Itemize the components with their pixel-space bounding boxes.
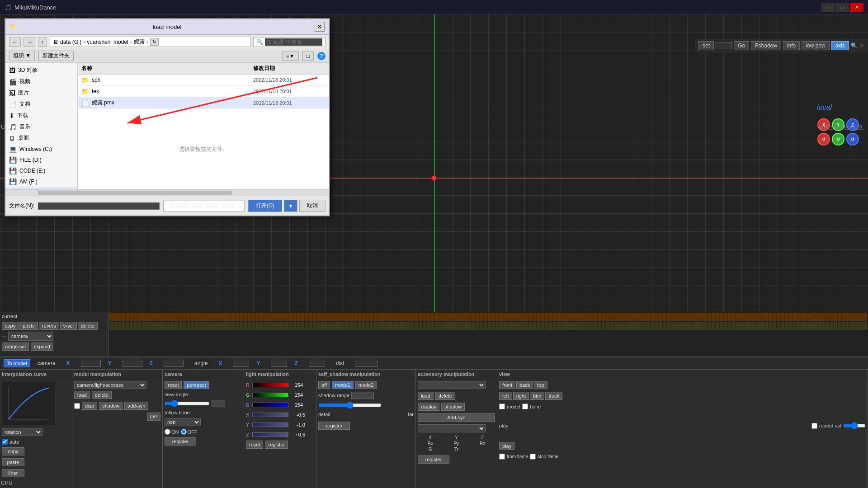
new-folder-button[interactable]: 新建文件夹 (38, 51, 74, 61)
camera-x-input[interactable]: 0.00 (81, 360, 101, 367)
play-button[interactable]: play (499, 442, 514, 450)
shadow-button[interactable]: shadow (99, 402, 123, 410)
fshadow-button[interactable]: Fshadow (751, 41, 781, 50)
view-mode-button[interactable]: ≡▼ (282, 52, 299, 61)
revers-button[interactable]: revers (39, 322, 59, 330)
open-button[interactable]: 打开(O) (248, 200, 282, 212)
file-tex[interactable]: 📁 tex 2022/11/18 20:01 (78, 86, 329, 97)
op-button[interactable]: OP (147, 413, 160, 421)
breadcrumb-part1[interactable]: data (G:) (60, 39, 81, 45)
model-select[interactable]: camera/light/accesso (74, 381, 146, 389)
nav-f-drive[interactable]: 💾 AM (F:) (5, 176, 77, 187)
auto-checkbox[interactable] (2, 439, 8, 445)
camera-select[interactable]: camera (8, 332, 53, 341)
nav-images[interactable]: 🖼 图片 (5, 87, 77, 99)
open-arrow-button[interactable]: ▼ (284, 200, 297, 212)
set-button[interactable]: set (698, 41, 714, 50)
shadow-off-button[interactable]: off (318, 381, 330, 389)
interp-copy-button[interactable]: copy (2, 447, 24, 455)
view-top-button[interactable]: top (534, 381, 547, 389)
minimize-button[interactable]: — (821, 3, 835, 12)
shadow-range-input[interactable]: 8875 (351, 392, 374, 399)
nav-c-drive[interactable]: 💻 Windows (C:) (5, 144, 77, 155)
angle-z-input[interactable]: 0.0 (309, 360, 325, 367)
camera-y-input[interactable]: 10.00 (123, 360, 142, 367)
acc-load-button[interactable]: load (418, 392, 434, 400)
search-bar[interactable]: 🔍 (253, 37, 326, 47)
breadcrumb-part2[interactable]: yuanshen_model (87, 39, 128, 45)
dist-input[interactable]: 45.00 (355, 360, 377, 367)
shadow-mode2-button[interactable]: mode2 (355, 381, 377, 389)
view-track-button[interactable]: track (545, 392, 562, 400)
shadow-mode1-button[interactable]: mode1 (332, 381, 354, 389)
nav-desktop[interactable]: 🖥 桌面 (5, 132, 77, 144)
acc-display-button[interactable]: display (418, 403, 439, 411)
acc-bone-select[interactable] (418, 424, 486, 432)
view-angle-value[interactable]: 30 (212, 400, 225, 407)
camera-z-input[interactable]: 0.00 (164, 360, 184, 367)
stop-flame-checkbox[interactable] (530, 454, 536, 460)
range-sel-button[interactable]: range-sel (2, 343, 29, 351)
help-icon[interactable]: ? (317, 52, 326, 60)
refresh-button[interactable]: ↻ (150, 38, 159, 46)
nav-g-drive[interactable]: 💾 data (G:) (5, 187, 77, 189)
model-delete-button[interactable]: delete (92, 391, 112, 399)
add-syn-button[interactable]: add-syn (124, 402, 148, 410)
delete-button[interactable]: delete (78, 322, 98, 330)
col-name-header[interactable]: 名称 (81, 65, 253, 72)
to-model-button[interactable]: To model (4, 359, 30, 367)
nav-documents[interactable]: 📄 文档 (5, 99, 77, 110)
maximize-button[interactable]: □ (835, 3, 849, 12)
camera-reset-button[interactable]: reset (165, 381, 182, 389)
axis-rz-icon[interactable]: ↺ (846, 133, 859, 145)
light-register-button[interactable]: register (265, 441, 288, 449)
acc-addsyn-button[interactable]: Add-syn (418, 413, 495, 422)
cancel-button[interactable]: 取消 (299, 200, 326, 212)
v-sel-button[interactable]: v-sel (60, 322, 77, 330)
r-bar[interactable] (252, 383, 288, 387)
breadcrumb-part3[interactable]: 妮露 (134, 38, 145, 46)
g-bar[interactable] (252, 393, 288, 397)
camera-register-button[interactable]: register (165, 437, 196, 446)
light-reset-button[interactable]: reset (246, 441, 263, 449)
lowpow-button[interactable]: low pow (802, 41, 829, 50)
view-front-button[interactable]: front (499, 381, 515, 389)
nav-video[interactable]: 🎬 视频 (5, 76, 77, 87)
model-load-button[interactable]: load (74, 391, 90, 399)
nav-downloads[interactable]: ⬇ 下载 (5, 110, 77, 121)
nav-d-drive[interactable]: 💾 FILE (D:) (5, 155, 77, 165)
nav-3d-objects[interactable]: 🖼 3D 对象 (5, 65, 77, 76)
set-value-input[interactable]: 0 (716, 42, 732, 49)
expand-button[interactable]: expand (31, 343, 53, 351)
repeat-checkbox[interactable] (811, 423, 817, 429)
nav-music[interactable]: 🎵 音乐 (5, 121, 77, 132)
disp-checkbox[interactable] (74, 403, 80, 409)
hscroll[interactable] (5, 189, 329, 196)
acc-shadow-button[interactable]: shadow (441, 403, 465, 411)
vol-slider[interactable] (843, 412, 866, 439)
follow-bone-select[interactable]: non (165, 418, 201, 426)
go-button[interactable]: Go (734, 41, 749, 50)
camera-on-radio[interactable]: ON (165, 429, 179, 435)
breadcrumb[interactable]: 🖥 data (G:) › yuanshen_model › 妮露 › ↻ (50, 37, 250, 47)
lx-bar[interactable] (252, 413, 288, 417)
copy-button[interactable]: copy (2, 322, 19, 330)
close-button[interactable]: ✕ (850, 3, 863, 12)
liner-button[interactable]: liner (2, 469, 24, 477)
nav-e-drive[interactable]: 💾 CODE (E:) (5, 165, 77, 176)
interpolation-canvas[interactable] (2, 381, 56, 426)
lz-bar[interactable] (252, 432, 288, 437)
nav-back-button[interactable]: ← (9, 38, 21, 47)
bone-checkbox[interactable] (522, 404, 528, 409)
view-right-button[interactable]: right (513, 392, 529, 400)
angle-y-input[interactable]: 0.0 (271, 360, 287, 367)
camera-perspect-button[interactable]: perspect (184, 381, 209, 389)
accessory-select[interactable] (418, 381, 486, 389)
axis-ry-icon[interactable]: ↺ (832, 133, 844, 145)
disp-button[interactable]: disp (82, 402, 97, 410)
acc-register-button[interactable]: register (418, 455, 449, 464)
interp-paste-button[interactable]: paste (2, 458, 24, 466)
b-bar[interactable] (252, 403, 288, 407)
ly-bar[interactable] (252, 422, 288, 427)
shadow-register-button[interactable]: register (318, 422, 350, 430)
